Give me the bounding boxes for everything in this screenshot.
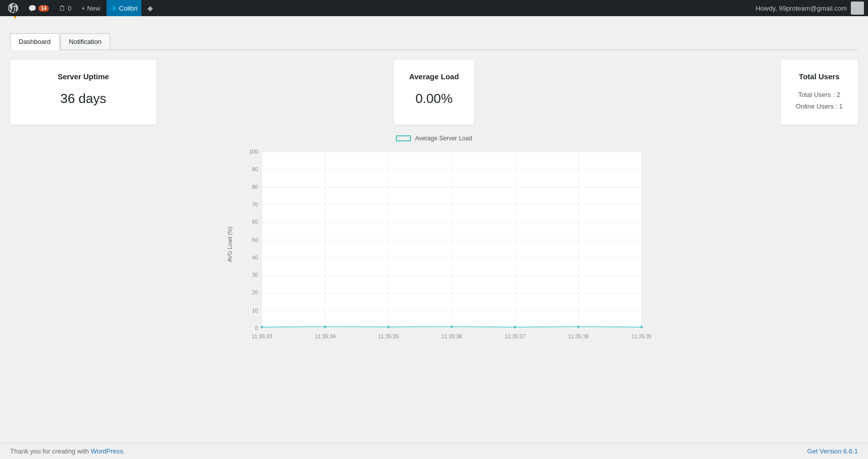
svg-point-32 [450,326,453,328]
chart-legend: Average Server Load [217,135,651,142]
main-content: Dashboard Notification Server Uptime 36 … [0,23,868,351]
comments-count: 14 [38,5,49,12]
orange-dot [14,16,16,18]
wp-logo-button[interactable] [4,0,22,16]
svg-text:30: 30 [252,272,258,278]
svg-text:70: 70 [252,201,258,207]
legend-label: Average Server Load [415,135,472,142]
notes-button[interactable]: 🗒 0 [55,0,75,16]
svg-point-34 [577,326,579,328]
tab-notification[interactable]: Notification [61,33,110,49]
svg-text:0: 0 [254,325,258,331]
svg-text:10: 10 [252,308,258,314]
svg-text:60: 60 [252,219,258,225]
svg-text:40: 40 [252,254,258,261]
avatar[interactable] [851,2,864,15]
chart-inner: Average Server Load AVG Load (%) [217,135,651,342]
uptime-title: Server Uptime [25,72,141,81]
load-value: 0.00% [409,91,459,107]
colibri-icon: ✈ [111,4,117,13]
legend-swatch [396,135,411,141]
cards-row: Server Uptime 36 days Average Load 0.00%… [10,60,858,125]
comments-button[interactable]: 💬 14 [24,0,53,16]
svg-text:50: 50 [252,237,258,243]
diamond-button[interactable]: ◆ [143,0,157,16]
notes-icon: 🗒 [59,5,66,12]
svg-point-29 [261,326,263,328]
new-label: + New [81,5,100,12]
load-title: Average Load [409,72,459,81]
svg-text:11:35:37: 11:35:37 [504,333,525,339]
uptime-value: 36 days [25,91,141,107]
svg-text:11:35:36: 11:35:36 [441,333,462,339]
orange-bar [0,16,868,18]
online-users-label: Online Users : 1 [796,100,843,112]
users-title: Total Users [796,72,843,81]
chart-area: Average Server Load AVG Load (%) [10,135,858,342]
tab-dashboard[interactable]: Dashboard [10,33,60,50]
y-axis-label: AVG Load (%) [227,227,233,262]
admin-bar: 💬 14 🗒 0 + New ✈ Colibri ◆ Howdy, 99prot… [0,0,868,16]
svg-point-31 [387,326,389,328]
chart-svg: 100 90 80 70 60 50 [242,147,651,342]
svg-point-35 [640,326,643,328]
svg-text:80: 80 [252,184,258,190]
load-card: Average Load 0.00% [394,60,474,125]
colibri-button[interactable]: ✈ Colibri [107,0,142,16]
total-users-label: Total Users : 2 [796,89,843,100]
svg-text:11:35:33: 11:35:33 [251,333,272,339]
uptime-card: Server Uptime 36 days [10,60,157,125]
svg-text:11:35:35: 11:35:35 [378,333,398,339]
comment-icon: 💬 [28,5,36,12]
svg-text:20: 20 [252,289,258,295]
svg-text:11:35:34: 11:35:34 [315,333,335,339]
svg-text:90: 90 [252,166,258,172]
svg-text:100: 100 [249,148,258,155]
svg-text:11:35:38: 11:35:38 [568,333,588,339]
new-button[interactable]: + New [77,0,104,16]
svg-text:11:35:39: 11:35:39 [631,333,651,339]
notes-count: 0 [68,5,71,12]
colibri-label: Colibri [119,5,138,12]
svg-point-33 [514,326,516,328]
diamond-icon: ◆ [147,4,153,12]
users-card: Total Users Total Users : 2 Online Users… [781,60,858,125]
tab-bar: Dashboard Notification [10,33,858,50]
svg-point-30 [324,326,326,328]
howdy-text: Howdy, 99proteam@gmail.com [755,5,847,12]
adminbar-right: Howdy, 99proteam@gmail.com [755,2,864,15]
